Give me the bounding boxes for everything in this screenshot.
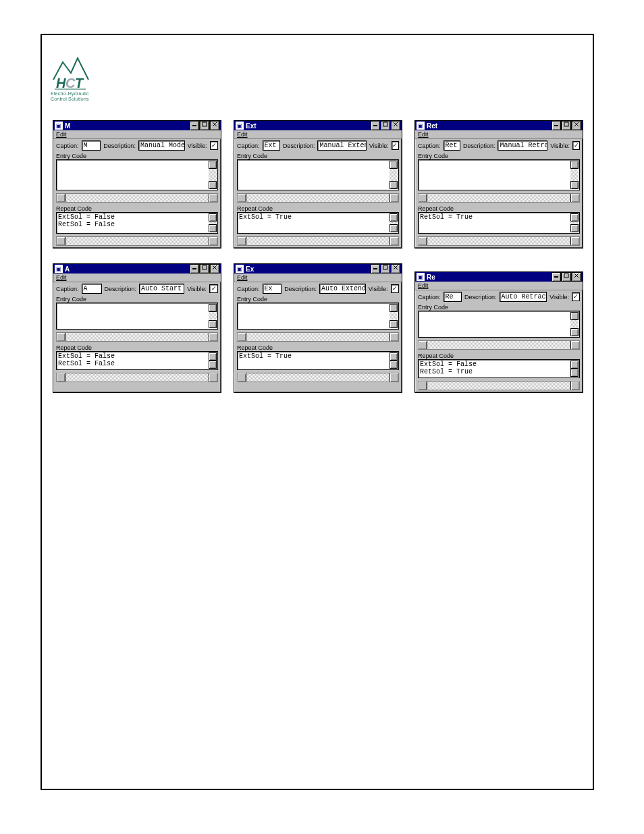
titlebar[interactable]: ▣Ext <box>234 121 402 130</box>
logo-tagline-2: Control Solutions <box>51 97 95 102</box>
menu-edit[interactable]: Edit <box>56 274 67 281</box>
horizontal-scrollbar[interactable] <box>56 373 218 382</box>
titlebar[interactable]: ▣M <box>53 121 221 130</box>
vertical-scrollbar[interactable] <box>390 213 398 232</box>
minimize-button[interactable] <box>552 121 561 130</box>
vertical-scrollbar[interactable] <box>390 161 398 189</box>
visible-checkbox[interactable]: ✓ <box>392 141 399 150</box>
vertical-scrollbar[interactable] <box>570 213 579 232</box>
vertical-scrollbar[interactable] <box>570 361 579 377</box>
caption-input[interactable]: A <box>82 284 102 294</box>
titlebar[interactable]: ▣Ex <box>234 264 402 273</box>
visible-label: Visible: <box>188 142 207 149</box>
vertical-scrollbar[interactable] <box>209 304 217 328</box>
form-row: Caption:ADescription:Auto StartVisible:✓ <box>53 282 221 295</box>
close-button[interactable] <box>210 264 219 273</box>
minimize-button[interactable] <box>371 121 380 130</box>
entry-code-textarea[interactable] <box>56 159 218 190</box>
entry-code-label: Entry Code <box>415 152 583 159</box>
close-button[interactable] <box>391 264 400 273</box>
visible-checkbox[interactable]: ✓ <box>210 141 218 150</box>
visible-checkbox[interactable]: ✓ <box>391 284 399 293</box>
menu-edit[interactable]: Edit <box>56 131 67 138</box>
form-row: Caption:ExtDescription:Manual ExtendVisi… <box>234 139 402 152</box>
minimize-button[interactable] <box>552 272 561 282</box>
horizontal-scrollbar[interactable] <box>418 340 580 350</box>
horizontal-scrollbar[interactable] <box>237 373 399 382</box>
vertical-scrollbar[interactable] <box>570 161 579 189</box>
horizontal-scrollbar[interactable] <box>56 332 218 342</box>
menu-edit[interactable]: Edit <box>418 282 429 289</box>
entry-code-textarea[interactable] <box>56 303 218 330</box>
menu-edit[interactable]: Edit <box>418 131 429 138</box>
vertical-scrollbar[interactable] <box>390 304 398 328</box>
entry-code-textarea[interactable] <box>237 159 399 190</box>
close-button[interactable] <box>572 272 581 282</box>
entry-code-textarea[interactable] <box>237 303 399 330</box>
vertical-scrollbar[interactable] <box>209 353 217 369</box>
description-label: Description: <box>464 294 497 301</box>
description-input[interactable]: Auto Extend <box>319 284 366 294</box>
dialog-ret: ▣RetEditCaption:RetDescription:Manual Re… <box>414 120 583 249</box>
caption-input[interactable]: Ex <box>263 284 282 294</box>
vertical-scrollbar[interactable] <box>209 213 217 232</box>
horizontal-scrollbar[interactable] <box>237 193 399 203</box>
repeat-code-textarea[interactable]: ExtSol = False RetSol = False <box>56 351 218 370</box>
horizontal-scrollbar[interactable] <box>418 193 580 203</box>
maximize-button[interactable] <box>562 272 571 282</box>
repeat-code-textarea[interactable]: ExtSol = False RetSol = False <box>56 212 218 234</box>
repeat-code-textarea[interactable]: ExtSol = True <box>237 212 399 234</box>
visible-checkbox[interactable]: ✓ <box>209 284 218 293</box>
close-button[interactable] <box>210 121 219 130</box>
vertical-scrollbar[interactable] <box>570 312 579 336</box>
repeat-code-label: Repeat Code <box>53 205 221 212</box>
horizontal-scrollbar[interactable] <box>56 193 218 203</box>
description-input[interactable]: Manual Mode <box>138 140 185 151</box>
description-input[interactable]: Auto Retract <box>500 292 547 302</box>
menu-edit[interactable]: Edit <box>237 131 248 138</box>
close-button[interactable] <box>572 121 581 130</box>
minimize-button[interactable] <box>190 121 199 130</box>
caption-input[interactable]: Ext <box>263 140 280 151</box>
horizontal-scrollbar[interactable] <box>56 236 218 246</box>
maximize-button[interactable] <box>562 121 571 130</box>
vertical-scrollbar[interactable] <box>390 353 398 369</box>
maximize-button[interactable] <box>381 264 390 273</box>
visible-checkbox[interactable]: ✓ <box>572 141 580 150</box>
horizontal-scrollbar[interactable] <box>237 236 399 246</box>
close-button[interactable] <box>391 121 400 130</box>
titlebar[interactable]: ▣A <box>53 264 221 273</box>
description-input[interactable]: Manual Retract <box>498 140 547 151</box>
caption-label: Caption: <box>56 286 79 292</box>
maximize-button[interactable] <box>200 121 209 130</box>
visible-checkbox[interactable]: ✓ <box>572 292 580 301</box>
caption-input[interactable]: Re <box>444 292 462 302</box>
caption-input[interactable]: Ret <box>444 140 460 151</box>
entry-code-textarea[interactable] <box>418 311 580 338</box>
repeat-code-label: Repeat Code <box>234 205 402 212</box>
horizontal-scrollbar[interactable] <box>418 236 580 246</box>
description-input[interactable]: Auto Start <box>139 284 184 294</box>
entry-code-textarea[interactable] <box>418 159 580 190</box>
repeat-code-textarea[interactable]: RetSol = True <box>418 212 580 234</box>
minimize-button[interactable] <box>190 264 199 273</box>
entry-code-label: Entry Code <box>234 152 402 159</box>
menu-edit[interactable]: Edit <box>237 274 248 281</box>
horizontal-scrollbar[interactable] <box>237 332 399 342</box>
caption-input[interactable]: M <box>82 140 101 151</box>
description-label: Description: <box>463 142 495 149</box>
description-input[interactable]: Manual Extend <box>317 140 366 151</box>
titlebar[interactable]: ▣Re <box>415 272 583 282</box>
dialog-a: ▣AEditCaption:ADescription:Auto StartVis… <box>53 263 221 393</box>
maximize-button[interactable] <box>381 121 390 130</box>
svg-rect-9 <box>383 122 387 126</box>
maximize-button[interactable] <box>200 264 209 273</box>
menubar: Edit <box>53 273 221 282</box>
titlebar[interactable]: ▣Ret <box>415 121 583 130</box>
horizontal-scrollbar[interactable] <box>418 381 580 390</box>
minimize-button[interactable] <box>371 264 380 273</box>
repeat-code-textarea[interactable]: ExtSol = False RetSol = True <box>418 359 580 378</box>
vertical-scrollbar[interactable] <box>209 161 217 189</box>
repeat-code-textarea[interactable]: ExtSol = True <box>237 351 399 370</box>
app-icon: ▣ <box>236 122 244 130</box>
